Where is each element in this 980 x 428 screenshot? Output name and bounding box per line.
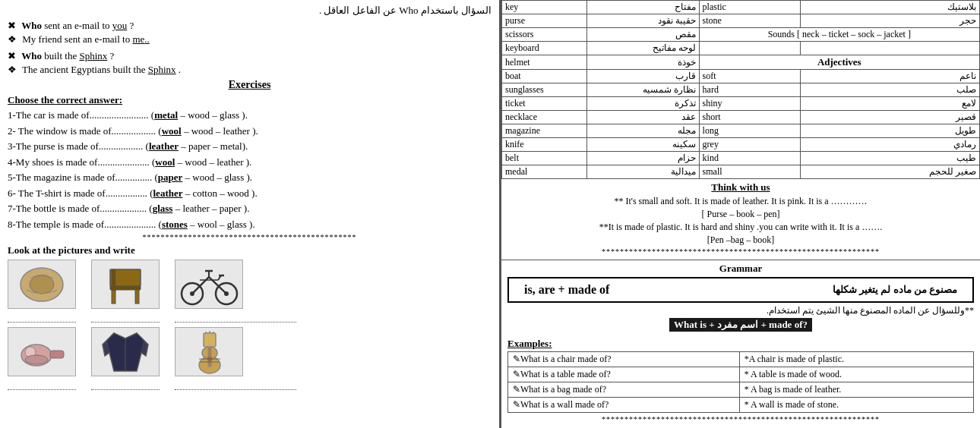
opt-glass: glass xyxy=(153,203,173,214)
vocab-en-grey: grey xyxy=(699,138,801,152)
look-write-label: Look at the pictures and write xyxy=(8,244,492,256)
choose-title: Choose the correct answer: xyxy=(8,94,492,106)
svg-point-23 xyxy=(25,355,48,364)
svg-rect-6 xyxy=(112,269,115,291)
who-example-2: ❖ My friend sent an e-mail to me.. xyxy=(8,33,492,46)
vocab-row-belt: belt حزام kind طيب xyxy=(502,152,980,165)
stars-left-1: ****************************************… xyxy=(8,233,492,241)
example-a-4: * A wall is made of stone. xyxy=(739,398,973,413)
example-a-1: *A chair is made of plastic. xyxy=(739,352,973,367)
opt-leather-2: leather xyxy=(153,187,183,199)
vocab-en-knife: knife xyxy=(502,138,587,152)
picture-bicycle xyxy=(175,260,243,309)
exercise-7: 7-The bottle is made of.................… xyxy=(8,201,492,216)
examples-title: Examples: xyxy=(507,338,974,350)
exercise-2: 2- The window is made of................… xyxy=(8,124,492,139)
vocab-ar-kind: طيب xyxy=(801,152,980,165)
svg-rect-21 xyxy=(50,351,64,358)
vocab-row-medal: medal ميدالية small صغير للحجم xyxy=(502,165,980,179)
opt-wool-2: wool xyxy=(155,156,175,168)
bullet-cross-2: ✖ xyxy=(8,50,16,61)
stars-right-1: ****************************************… xyxy=(507,247,974,256)
dots-row-1 xyxy=(8,312,492,323)
vocab-ar-knife: سكينه xyxy=(586,138,699,152)
vocab-en-stone: stone xyxy=(699,14,801,28)
vocab-row-sunglasses: sunglasses نظارة شمسيه hard صلب xyxy=(502,83,980,97)
vocab-ar-grey: رمادي xyxy=(801,138,980,152)
dot-line-5 xyxy=(91,379,160,390)
sounds-cell: Sounds [ neck – ticket – sock – jacket ] xyxy=(699,28,979,42)
vocab-en-ticket: ticket xyxy=(502,97,587,111)
vocab-ar-sunglasses: نظارة شمسيه xyxy=(586,83,699,97)
who-example-1: ✖ Who sent an e-mail to you ? xyxy=(8,20,492,32)
vocab-table: key مفتاح plastic بلاستيك purse حقيبة نق… xyxy=(501,0,980,179)
vocab-ar-small: صغير للحجم xyxy=(801,165,980,179)
think-bracket-2: [Pen –bag – book] xyxy=(507,234,974,246)
vocab-en-belt: belt xyxy=(502,152,587,165)
you-underline: you xyxy=(112,20,128,31)
pictures-row-1 xyxy=(8,260,492,309)
who-example-4: ❖ The ancient Egyptians built the Sphinx… xyxy=(8,64,492,76)
bullet-cross-1: ✖ xyxy=(8,20,16,31)
vocab-row-keyboard: keyboard لوحه مفاتيح xyxy=(502,42,980,55)
vocab-en-short: short xyxy=(699,111,801,124)
dot-line-6 xyxy=(175,379,296,390)
vocab-ar-hard: صلب xyxy=(801,83,980,97)
vocab-en-necklace: necklace xyxy=(502,111,587,124)
left-panel: السؤال باستخدام Who عن الفاعل العاقل . ✖… xyxy=(0,0,501,428)
vocab-ar-shiny: لامع xyxy=(801,97,980,111)
whistle-svg xyxy=(14,331,71,373)
vocab-row-magazine: magazine مجله long طويل xyxy=(502,124,980,138)
exercise-8: 8-The temple is made of.................… xyxy=(8,217,492,232)
chair-svg xyxy=(99,262,152,307)
vocab-en-small: small xyxy=(699,165,801,179)
vocab-ar-stone: حجر xyxy=(801,14,980,28)
picture-ball xyxy=(8,260,76,309)
vocab-en-key: key xyxy=(502,1,587,14)
opt-leather-1: leather xyxy=(149,140,179,152)
opt-stones: stones xyxy=(162,219,188,230)
adj-header: Adjectives xyxy=(699,55,979,70)
vocab-en-soft: soft xyxy=(699,70,801,83)
vocab-en-medal: medal xyxy=(502,165,587,179)
stars-right-2: ****************************************… xyxy=(507,415,974,423)
vocab-ar-belt: حزام xyxy=(586,152,699,165)
picture-whistle xyxy=(8,327,76,376)
vocab-en-helmet: helmet xyxy=(502,55,587,70)
vocab-row-necklace: necklace عقد short قصير xyxy=(502,111,980,124)
grammar-formula-en: is, are + made of xyxy=(524,283,609,297)
exercises-title: Exercises xyxy=(8,79,492,91)
think-title: Think with us xyxy=(507,181,974,194)
vocab-en-sunglasses: sunglasses xyxy=(502,83,587,97)
vocab-ar-key: مفتاح xyxy=(586,1,699,14)
svg-rect-4 xyxy=(112,290,115,304)
think-line-1: ** It's small and soft. It is made of le… xyxy=(507,196,974,207)
dot-line-4 xyxy=(8,379,76,390)
vocab-en-hard: hard xyxy=(699,83,801,97)
vocab-row-scissors: scissors مقص Sounds [ neck – ticket – so… xyxy=(502,28,980,42)
exercise-list: 1-The car is made of....................… xyxy=(8,108,492,231)
who-example-3: ✖ Who built the Sphinx ? xyxy=(8,50,492,62)
examples-section: Examples: ✎What is a chair made of? *A c… xyxy=(501,335,980,427)
vocab-row-knife: knife سكينه grey رمادي xyxy=(502,138,980,152)
vocab-ar-medal: ميدالية xyxy=(586,165,699,179)
vocab-ar-plastic: بلاستيك xyxy=(801,1,980,14)
bicycle-svg xyxy=(177,262,242,307)
vocab-row-purse: purse حقيبة نقود stone حجر xyxy=(502,14,980,28)
who-bold-1: Who xyxy=(21,20,42,31)
svg-rect-5 xyxy=(135,290,139,304)
example-q-2: ✎What is a table made of? xyxy=(508,367,740,382)
vocab-en-kind: kind xyxy=(699,152,801,165)
exercise-5: 5-The magazine is made of...............… xyxy=(8,170,492,185)
opt-metal: metal xyxy=(154,109,178,121)
picture-guitar xyxy=(175,327,243,376)
exercise-4: 4-My shoes is made of...................… xyxy=(8,155,492,170)
empty-cell-2 xyxy=(801,42,980,55)
vocab-en-shiny: shiny xyxy=(699,97,801,111)
exercise-1: 1-The car is made of....................… xyxy=(8,108,492,123)
vocab-ar-keyboard: لوحه مفاتيح xyxy=(586,42,699,55)
grammar-formula-ar: مصنوع من ماده لم يتغير شكلها xyxy=(833,284,957,296)
dot-line-2 xyxy=(91,312,160,323)
arabic-header: السؤال باستخدام Who عن الفاعل العاقل . xyxy=(8,5,492,17)
exercise-6: 6- The T-shirt is made of...............… xyxy=(8,186,492,201)
